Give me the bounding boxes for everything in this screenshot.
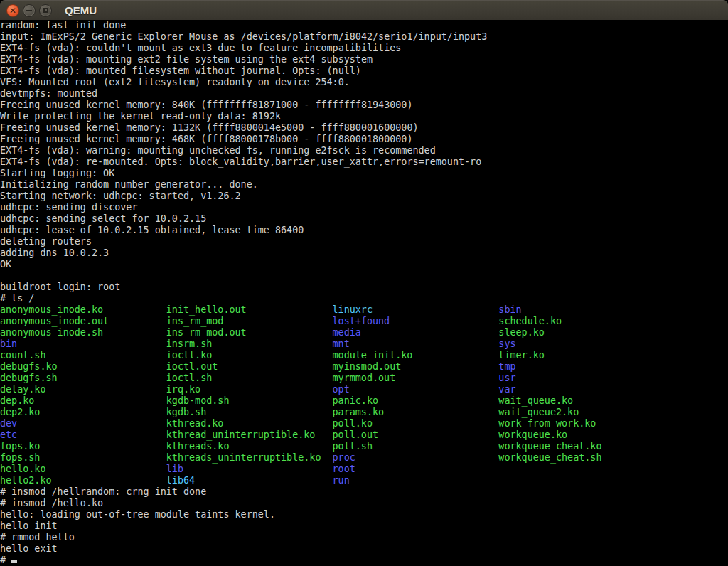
console-text: input: ImExPS/2 Generic Explorer Mouse a… — [0, 31, 487, 42]
console-text: OK — [0, 259, 11, 269]
dir-entry: opt — [333, 384, 499, 395]
file-entry: workqueue_cheat.ko — [498, 441, 665, 452]
console-line: EXT4-fs (vda): re-mounted. Opts: block_v… — [0, 156, 728, 168]
file-entry: delay.ko — [0, 384, 166, 395]
console-line: # rmmod hello — [0, 532, 728, 543]
ls-row: hello2.kolib64run — [0, 475, 728, 486]
dir-entry: media — [333, 327, 499, 338]
console-text: buildroot login: root — [0, 282, 120, 292]
dir-entry: proc — [333, 452, 499, 464]
file-entry: workqueue_cheat.sh — [498, 452, 665, 464]
console-line: hello: loading out-of-tree module taints… — [0, 509, 728, 520]
window-titlebar[interactable]: ✕ QEMU — [0, 0, 728, 20]
console-text: EXT4-fs (vda): couldn't mount as ext3 du… — [0, 43, 401, 53]
file-entry: init_hello.out — [166, 304, 333, 316]
dir-entry: lib — [166, 464, 333, 475]
link-entry: lib64 — [166, 475, 333, 486]
ls-row: devkthread.kopoll.kowork_from_work.ko — [0, 418, 728, 429]
console-text: udhcpc: sending select for 10.0.2.15 — [0, 213, 206, 224]
ls-row: etckthread_uninterruptible.kopoll.outwor… — [0, 429, 728, 441]
console-line — [0, 270, 728, 282]
text-cursor — [11, 560, 17, 563]
close-icon: ✕ — [9, 6, 16, 15]
file-entry: work_from_work.ko — [498, 418, 665, 429]
console-line: input: ImExPS/2 Generic Explorer Mouse a… — [0, 31, 728, 43]
console-text: udhcpc: lease of 10.0.2.15 obtained, lea… — [0, 225, 304, 235]
maximize-button[interactable] — [39, 4, 52, 17]
maximize-icon — [43, 8, 48, 13]
file-entry: poll.ko — [333, 418, 499, 429]
console-text: hello exit — [0, 543, 58, 554]
console-line: # insmod /hello.ko — [0, 498, 728, 509]
console-text: Initializing random number generator... … — [0, 179, 258, 190]
console-line: devtmpfs: mounted — [0, 88, 728, 100]
file-entry: wait_queue2.ko — [498, 407, 665, 418]
file-entry: poll.out — [333, 429, 499, 441]
console-text: deleting routers — [0, 236, 92, 247]
dir-entry: bin — [0, 338, 166, 350]
file-entry: wait_queue.ko — [498, 395, 665, 407]
console-line: EXT4-fs (vda): couldn't mount as ext3 du… — [0, 43, 728, 54]
minimize-button[interactable] — [23, 4, 36, 17]
console-text: hello init — [0, 520, 58, 531]
file-entry: poll.sh — [333, 441, 499, 452]
console-text: EXT4-fs (vda): warning: mounting uncheck… — [0, 145, 436, 156]
console-text: # insmod /hello.ko — [0, 498, 103, 508]
console-text: hello: loading out-of-tree module taints… — [0, 509, 275, 520]
file-entry: ioctl.out — [166, 361, 333, 373]
console-line: EXT4-fs (vda): warning: mounting uncheck… — [0, 145, 728, 156]
dir-entry: tmp — [498, 361, 665, 373]
file-entry: kgdb-mod.sh — [166, 395, 333, 407]
console-line: Initializing random number generator... … — [0, 179, 728, 191]
ls-row: fops.kokthreads.kopoll.shworkqueue_cheat… — [0, 441, 728, 452]
console-text: VFS: Mounted root (ext2 filesystem) read… — [0, 77, 350, 87]
console-line: hello init — [0, 520, 728, 532]
file-entry: myinsmod.out — [333, 361, 499, 373]
file-entry: insrm.sh — [166, 338, 333, 350]
close-button[interactable]: ✕ — [6, 4, 19, 17]
console-line: # insmod /hellrandom: crng init done — [0, 486, 728, 498]
console-line: Write protecting the kernel read-only da… — [0, 111, 728, 122]
file-entry: debugfs.sh — [0, 373, 166, 384]
dir-entry: etc — [0, 429, 166, 441]
file-entry: panic.ko — [333, 395, 499, 407]
console-line: hello exit — [0, 543, 728, 555]
console-text: EXT4-fs (vda): mounting ext2 file system… — [0, 54, 373, 65]
dir-entry: lost+found — [333, 316, 499, 327]
file-entry: debugfs.ko — [0, 361, 166, 373]
console-line: Freeing unused kernel memory: 840K (ffff… — [0, 100, 728, 111]
file-entry: kthread_uninterruptible.ko — [166, 429, 333, 441]
console-line: EXT4-fs (vda): mounting ext2 file system… — [0, 54, 728, 65]
file-entry: ioctl.sh — [166, 373, 333, 384]
file-entry: hello.ko — [0, 464, 166, 475]
file-entry: anonymous_inode.out — [0, 316, 166, 327]
file-entry: myrmmod.out — [333, 373, 499, 384]
file-entry: kgdb.sh — [166, 407, 333, 418]
console-line: Freeing unused kernel memory: 1132K (fff… — [0, 122, 728, 134]
file-entry: anonymous_inode.ko — [0, 304, 166, 316]
dir-entry: var — [498, 384, 665, 395]
file-entry: hello2.ko — [0, 475, 166, 486]
dir-entry: dev — [0, 418, 166, 429]
console-text: Starting network: udhcpc: started, v1.26… — [0, 191, 241, 201]
dir-entry: usr — [498, 373, 665, 384]
console-line: VFS: Mounted root (ext2 filesystem) read… — [0, 77, 728, 88]
dir-entry: run — [333, 475, 499, 486]
console-text: # ls / — [0, 293, 34, 304]
console-text: EXT4-fs (vda): mounted filesystem withou… — [0, 65, 361, 76]
file-entry: anonymous_inode.sh — [0, 327, 166, 338]
file-entry: ins_rm_mod — [166, 316, 333, 327]
ls-row: anonymous_inode.outins_rm_modlost+founds… — [0, 316, 728, 327]
ls-row: delay.koirq.kooptvar — [0, 384, 728, 395]
ls-row: fops.shkthreads_uninterruptible.koprocwo… — [0, 452, 728, 464]
terminal-screen[interactable]: random: fast init doneinput: ImExPS/2 Ge… — [0, 20, 728, 566]
ls-row: count.shioctl.komodule_init.kotimer.ko — [0, 350, 728, 361]
dir-entry: mnt — [333, 338, 499, 350]
ls-row: bininsrm.shmntsys — [0, 338, 728, 350]
ls-row: dep2.kokgdb.shparams.kowait_queue2.ko — [0, 407, 728, 418]
file-entry: kthreads_uninterruptible.ko — [166, 452, 333, 464]
console-line: Freeing unused kernel memory: 468K (ffff… — [0, 134, 728, 145]
console-text: Freeing unused kernel memory: 840K (ffff… — [0, 100, 412, 110]
console-text: udhcpc: sending discover — [0, 202, 137, 213]
shell-prompt: # — [0, 555, 11, 565]
